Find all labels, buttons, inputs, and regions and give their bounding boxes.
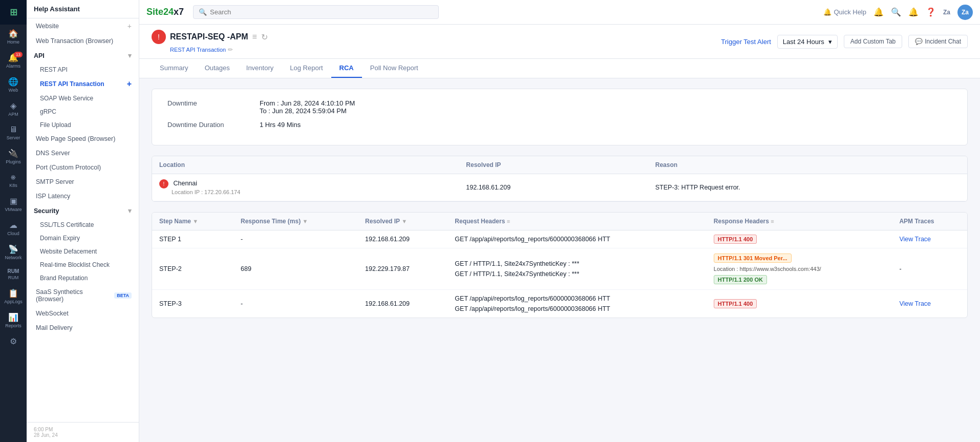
sidebar-item-realtime-blocklist[interactable]: Real-time Blocklist Check (27, 258, 139, 271)
nav-reports[interactable]: 📊 Reports (0, 308, 27, 332)
nav-applogs[interactable]: 📋 AppLogs (0, 284, 27, 308)
nav-server[interactable]: 🖥 Server (0, 121, 27, 144)
quick-help-icon: 🔔 (823, 8, 832, 16)
step-name-1: STEP 1 (152, 230, 233, 248)
notifications-icon[interactable]: 🔔 (874, 7, 884, 17)
downtime-from: From : Jun 28, 2024 4:10:10 PM (260, 99, 355, 107)
monitor-title-row: ! RESTAPI-SEQ -APM ≡ ↻ (152, 30, 268, 44)
sidebar-header[interactable]: Help Assistant (27, 0, 139, 18)
search-global-icon[interactable]: 🔍 (891, 7, 901, 17)
nav-settings[interactable]: ⚙ (0, 332, 27, 351)
downtime-to: To : Jun 28, 2024 5:59:04 PM (260, 107, 355, 115)
help-icon[interactable]: ❓ (926, 7, 936, 17)
sidebar-item-brand-reputation[interactable]: Brand Reputation (27, 271, 139, 285)
app-logo[interactable]: ⊞ (0, 0, 27, 25)
nav-k8s[interactable]: ⎈ K8s (0, 169, 27, 192)
home-icon: 🏠 (8, 29, 18, 38)
downtime-label: Downtime (167, 99, 239, 107)
sidebar-item-saas-synthetics[interactable]: SaaS Synthetics (Browser) BETA (27, 285, 139, 306)
nav-plugins[interactable]: 🔌 Plugins (0, 144, 27, 169)
sidebar-item-file-upload[interactable]: File Upload (27, 118, 139, 132)
col-reason: Reason (648, 156, 967, 174)
plugins-icon: 🔌 (8, 149, 18, 158)
web-icon: 🌐 (8, 77, 18, 87)
sidebar-item-websocket[interactable]: WebSocket (27, 306, 139, 321)
nav-cloud[interactable]: ☁ Cloud (0, 216, 27, 240)
nav-alarms[interactable]: 🔔 13 Alarms (0, 49, 27, 73)
response-time-2: 689 (233, 248, 358, 290)
tab-rca[interactable]: RCA (331, 59, 362, 78)
resolved-ip-2: 192.229.179.87 (358, 248, 448, 290)
quick-help-button[interactable]: 🔔 Quick Help (823, 8, 866, 16)
time-range-select[interactable]: Last 24 Hours ▾ (777, 35, 838, 49)
icon-navigation: ⊞ 🏠 Home 🔔 13 Alarms 🌐 Web ◈ APM 🖥 Serve… (0, 0, 27, 442)
search-input[interactable] (210, 8, 433, 16)
refresh-icon[interactable]: ↻ (261, 32, 268, 42)
request-headers-2: GET / HTTP/1.1, Site24x7SyntheticKey : *… (448, 248, 707, 290)
view-trace-link-3[interactable]: View Trace (899, 300, 931, 307)
sidebar-item-rest-api-transaction[interactable]: REST API Transaction + (27, 76, 139, 92)
edit-icon[interactable]: ✏ (228, 46, 233, 53)
tab-outages[interactable]: Outages (197, 59, 238, 78)
request-headers-3: GET /app/api/reports/log_reports/6000000… (448, 290, 707, 318)
tab-poll-now-report[interactable]: Poll Now Report (362, 59, 427, 78)
sidebar-item-port[interactable]: Port (Custom Protocol) (27, 160, 139, 175)
location-ip: Location IP : 172.20.66.174 (159, 189, 240, 195)
location-cell: ! Chennai Location IP : 172.20.66.174 (152, 174, 459, 201)
nav-apm[interactable]: ◈ APM (0, 97, 27, 121)
downtime-duration-row: Downtime Duration 1 Hrs 49 Mins (167, 121, 952, 129)
sidebar-section-security[interactable]: Security ▾ (27, 203, 139, 218)
step-row-3: STEP-3 - 192.168.61.209 GET /app/api/rep… (152, 290, 967, 318)
sidebar-item-isp[interactable]: ISP Latency (27, 189, 139, 203)
search-icon: 🔍 (199, 8, 207, 16)
location-row: ! Chennai Location IP : 172.20.66.174 19… (152, 174, 967, 201)
sidebar-item-website-defacement[interactable]: Website Defacement (27, 245, 139, 258)
response-headers-2: HTTP/1.1 301 Moved Per... Location : htt… (707, 248, 892, 290)
avatar[interactable]: Za (957, 5, 973, 20)
badge-http400-3: HTTP/1.1 400 (714, 299, 757, 308)
resolved-ip-3: 192.168.61.209 (358, 290, 448, 318)
badge-http400-1: HTTP/1.1 400 (714, 235, 757, 244)
sidebar-item-domain-expiry[interactable]: Domain Expiry (27, 231, 139, 245)
sidebar-item-ssl[interactable]: SSL/TLS Certificate (27, 218, 139, 231)
sidebar-item-soap[interactable]: SOAP Web Service (27, 92, 139, 105)
incident-chat-button[interactable]: 💬 Incident Chat (908, 35, 968, 48)
sidebar-section-api[interactable]: API ▾ (27, 48, 139, 63)
notifications-bell-icon[interactable]: 🔔 (908, 7, 919, 17)
tab-inventory[interactable]: Inventory (238, 59, 282, 78)
app-brand: Site24x7 (146, 7, 184, 17)
sidebar-item-mail-delivery[interactable]: Mail Delivery (27, 321, 139, 335)
view-trace-link-1[interactable]: View Trace (899, 236, 931, 243)
response-time-1: - (233, 230, 358, 248)
user-settings-icon[interactable]: Za (943, 9, 950, 16)
nav-web[interactable]: 🌐 Web (0, 73, 27, 97)
sidebar-item-smtp[interactable]: SMTP Server (27, 175, 139, 189)
response-headers-1: HTTP/1.1 400 (707, 230, 892, 248)
location-status-icon: ! (159, 179, 168, 188)
add-custom-tab-button[interactable]: Add Custom Tab (844, 35, 903, 48)
tab-summary[interactable]: Summary (152, 59, 197, 78)
location-table: Location Resolved IP Reason ! Chennai Lo… (152, 156, 968, 202)
k8s-icon: ⎈ (11, 173, 16, 182)
sidebar-item-dns-server[interactable]: DNS Server (27, 146, 139, 160)
request-headers-1: GET /app/api/reports/log_reports/6000000… (448, 230, 707, 248)
sidebar-item-website[interactable]: Website + (27, 18, 139, 34)
sidebar-item-grpc[interactable]: gRPC (27, 105, 139, 118)
nav-vmware[interactable]: ▣ VMware (0, 192, 27, 216)
col-request-headers: Request Headers ≡ (448, 213, 707, 230)
topbar-right: 🔔 Quick Help 🔔 🔍 🔔 ❓ Za Za (823, 5, 973, 20)
monitor-subtitle[interactable]: REST API Transaction (170, 47, 226, 53)
sidebar-item-web-transaction[interactable]: Web Transaction (Browser) (27, 34, 139, 48)
resolved-ip-cell: 192.168.61.209 (459, 174, 648, 201)
badge-200: HTTP/1.1 200 OK (714, 275, 767, 284)
nav-network[interactable]: 📡 Network (0, 240, 27, 264)
sidebar-item-web-page-speed[interactable]: Web Page Speed (Browser) (27, 132, 139, 146)
nav-rum[interactable]: RUM RUM (0, 264, 27, 284)
sidebar: Help Assistant Website + Web Transaction… (27, 0, 139, 442)
menu-icon[interactable]: ≡ (252, 32, 257, 41)
sidebar-item-rest-api[interactable]: REST API (27, 63, 139, 76)
nav-home[interactable]: 🏠 Home (0, 25, 27, 49)
trigger-alert-button[interactable]: Trigger Test Alert (721, 38, 771, 46)
tab-log-report[interactable]: Log Report (282, 59, 331, 78)
search-bar[interactable]: 🔍 (193, 5, 439, 19)
